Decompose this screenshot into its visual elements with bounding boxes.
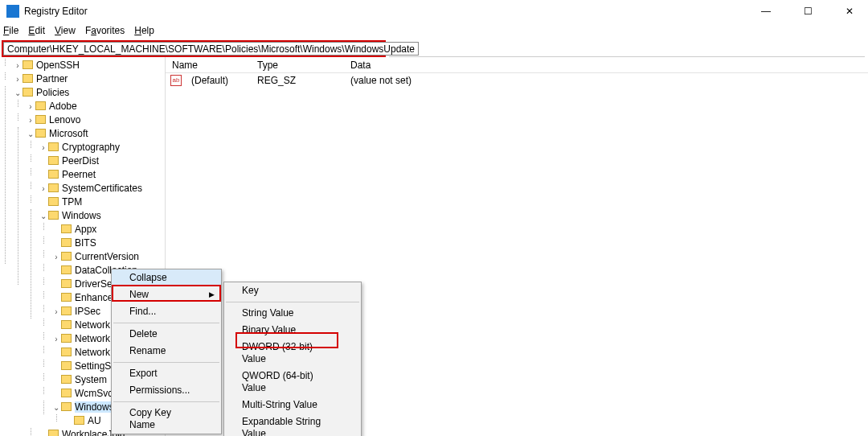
tree-label: AU [88, 415, 101, 426]
ctx-new[interactable]: New▶ [112, 286, 221, 303]
tree-item-tpm[interactable]: TPM [39, 195, 165, 209]
tree-label: Network [75, 333, 110, 344]
col-name[interactable]: Name [166, 60, 257, 71]
ctx-new-expandable[interactable]: Expandable String Value [224, 413, 361, 436]
tree-label: SettingS [75, 360, 111, 372]
window-title: Registry Editor [24, 6, 88, 17]
tree-item-appx[interactable]: Appx [51, 223, 165, 237]
ctx-new-string[interactable]: String Value [224, 305, 361, 322]
string-value-icon: ab [170, 75, 182, 86]
col-data[interactable]: Data [350, 60, 868, 71]
submenu-arrow-icon: ▶ [209, 289, 215, 301]
tree-label: Enhance [75, 292, 113, 303]
menu-help[interactable]: Help [134, 25, 154, 36]
tree-label: Network [75, 319, 110, 331]
tree-label: WcmSvc [75, 388, 113, 399]
address-bar-rest [389, 40, 865, 57]
tree-label: Network [75, 347, 110, 358]
ctx-new-multistring[interactable]: Multi-String Value [224, 397, 361, 413]
value-type: REG_SZ [257, 75, 350, 86]
ctx-rename[interactable]: Rename [112, 343, 221, 360]
ctx-permissions[interactable]: Permissions... [112, 382, 221, 399]
menu-file[interactable]: File [3, 25, 18, 36]
tree-item-systemcertificates[interactable]: ›SystemCertificates [39, 182, 165, 195]
ctx-new-label: New [129, 289, 149, 300]
titlebar: Registry Editor — ☐ ✕ [0, 0, 868, 23]
tree-item-peernet[interactable]: Peernet [39, 168, 165, 182]
tree-item-peerdist[interactable]: PeerDist [39, 154, 165, 168]
menubar: File Edit View Favorites Help [0, 23, 868, 39]
close-button[interactable]: ✕ [837, 6, 862, 17]
app-icon [6, 5, 19, 18]
ctx-export[interactable]: Export [112, 365, 221, 382]
window-controls: — ☐ ✕ [754, 6, 862, 17]
value-name: (Default) [185, 75, 257, 86]
tree-label: PeerDist [62, 155, 99, 167]
ctx-new-dword[interactable]: DWORD (32-bit) Value [224, 339, 361, 368]
address-bar[interactable]: Computer\HKEY_LOCAL_MACHINE\SOFTWARE\Pol… [3, 42, 419, 56]
tree-label: Adobe [49, 101, 77, 112]
tree-label: Partner [36, 73, 68, 84]
tree-label: Appx [75, 224, 96, 235]
tree-label: OpenSSH [36, 60, 80, 71]
value-row-default[interactable]: ab (Default) REG_SZ (value not set) [166, 73, 868, 88]
ctx-new-key[interactable]: Key [224, 282, 361, 299]
ctx-copykeyname[interactable]: Copy Key Name [112, 405, 221, 434]
context-menu: Collapse New▶ Find... Delete Rename Expo… [111, 269, 222, 434]
tree-label: SystemCertificates [62, 183, 142, 194]
separator [226, 302, 359, 302]
tree-label: CurrentVersion [75, 251, 139, 262]
tree-label: Cryptography [62, 142, 120, 153]
separator [113, 401, 219, 402]
tree-item-lenovo[interactable]: ›Lenovo [26, 113, 165, 127]
ctx-collapse[interactable]: Collapse [112, 269, 221, 286]
tree-item-currentversion[interactable]: ›CurrentVersion [51, 250, 165, 264]
tree-label: DriverSe [75, 278, 113, 290]
menu-edit[interactable]: Edit [28, 25, 45, 36]
minimize-button[interactable]: — [754, 6, 778, 17]
tree-label: System [75, 374, 107, 385]
ctx-new-qword[interactable]: QWORD (64-bit) Value [224, 368, 361, 397]
tree-label: IPSec [75, 306, 100, 317]
tree-item-openssh[interactable]: ›OpenSSH [13, 59, 165, 72]
ctx-find[interactable]: Find... [112, 303, 221, 320]
maximize-button[interactable]: ☐ [796, 6, 820, 17]
tree-label: Microsoft [49, 128, 88, 139]
ctx-new-binary[interactable]: Binary Value [224, 322, 361, 339]
tree-label: Peernet [62, 169, 96, 180]
menu-favorites[interactable]: Favorites [85, 25, 125, 36]
tree-label: TPM [62, 196, 82, 208]
separator [113, 323, 219, 323]
context-submenu-new: Key String Value Binary Value DWORD (32-… [223, 282, 362, 436]
tree-label: Policies [36, 87, 69, 98]
tree-label: BITS [75, 237, 96, 249]
tree-label: Lenovo [49, 114, 80, 125]
separator [113, 362, 219, 363]
tree-label: Windows [62, 210, 101, 221]
tree-item-cryptography[interactable]: ›Cryptography [39, 141, 165, 154]
col-type[interactable]: Type [257, 60, 350, 71]
tree-item-adobe[interactable]: ›Adobe [26, 100, 165, 113]
address-bar-highlight: Computer\HKEY_LOCAL_MACHINE\SOFTWARE\Pol… [2, 40, 386, 57]
tree-item-partner[interactable]: ›Partner [13, 72, 165, 86]
tree-item-bits[interactable]: BITS [51, 237, 165, 250]
menu-view[interactable]: View [55, 25, 76, 36]
column-headers: Name Type Data [166, 57, 868, 73]
ctx-delete[interactable]: Delete [112, 326, 221, 343]
value-data: (value not set) [350, 75, 868, 86]
